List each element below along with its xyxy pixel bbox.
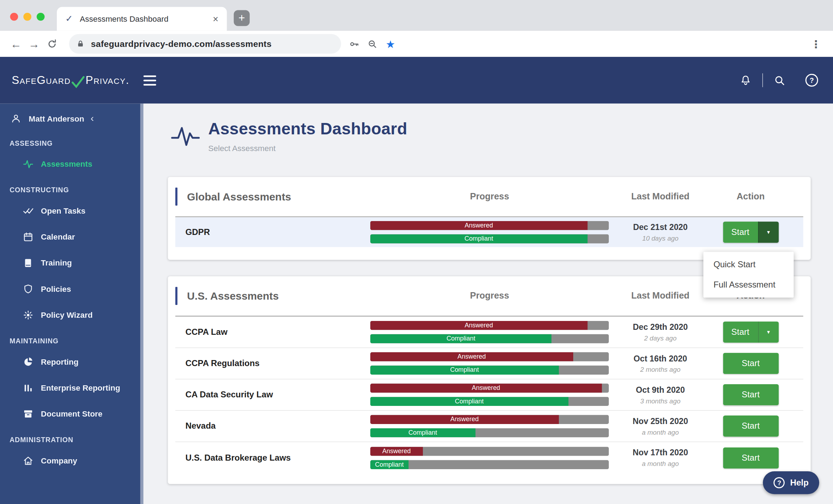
- window-controls: [10, 13, 44, 21]
- last-modified-relative: 2 months ago: [609, 366, 712, 373]
- compliant-progress-bar: Compliant: [370, 365, 609, 374]
- browser-tab[interactable]: ✓ Assessments Dashboard ×: [57, 7, 227, 31]
- activity-icon: [22, 159, 34, 169]
- sidebar-item-training[interactable]: Training: [0, 250, 144, 276]
- start-dropdown-caret-icon[interactable]: ▼: [758, 221, 778, 243]
- app-body: Matt Anderson ‹ ASSESSING Assessments CO…: [0, 104, 833, 504]
- sidebar-item-calendar[interactable]: Calendar: [0, 224, 144, 250]
- key-icon[interactable]: [345, 35, 364, 53]
- start-button[interactable]: Start ▼: [723, 321, 779, 343]
- shield-icon: [22, 284, 34, 294]
- section-label-constructing: CONSTRUCTING: [0, 186, 144, 198]
- url-text: safeguardprivacy-demo.com/assessments: [91, 39, 272, 49]
- last-modified-date: Nov 25th 2020: [609, 416, 712, 426]
- sidebar-item-label: Reporting: [41, 357, 79, 366]
- start-button[interactable]: Start: [723, 415, 779, 437]
- zoom-out-icon[interactable]: [364, 35, 382, 53]
- start-button[interactable]: Start: [723, 353, 779, 374]
- address-bar[interactable]: safeguardprivacy-demo.com/assessments: [69, 34, 341, 54]
- last-modified-relative: a month ago: [609, 460, 712, 468]
- answered-label: Answered: [450, 415, 479, 424]
- sidebar-item-policy-wizard[interactable]: Policy Wizard: [0, 302, 144, 328]
- tab-close-icon[interactable]: ×: [213, 14, 219, 24]
- menu-item-quick-start[interactable]: Quick Start: [703, 254, 794, 275]
- answered-progress-bar: Answered: [370, 415, 609, 424]
- sidebar-item-reporting[interactable]: Reporting: [0, 349, 144, 375]
- section-label-maintaining: MAINTAINING: [0, 337, 144, 349]
- bookmark-star-icon[interactable]: ★: [381, 35, 399, 53]
- start-dropdown-menu: Quick Start Full Assessment: [703, 252, 794, 298]
- sidebar-item-document-store[interactable]: Document Store: [0, 401, 144, 427]
- section-label-administration: ADMINISTRATION: [0, 436, 144, 447]
- page-subtitle: Select Assessment: [208, 144, 407, 152]
- new-tab-button[interactable]: +: [234, 10, 250, 26]
- last-modified-date: Dec 29th 2020: [609, 322, 712, 332]
- compliant-progress-bar: Compliant: [370, 397, 609, 406]
- archive-box-icon: [22, 408, 34, 419]
- home-icon: [22, 455, 34, 466]
- last-modified-relative: a month ago: [609, 429, 712, 436]
- assessment-name: U.S. Data Brokerage Laws: [175, 453, 370, 462]
- logo-text-safeguard: SafeGuard: [12, 74, 71, 87]
- compliant-progress-bar: Compliant: [370, 460, 609, 469]
- start-button[interactable]: Start: [723, 447, 779, 468]
- table-row-gdpr: GDPR Answered Compliant: [175, 217, 803, 247]
- assessment-name: CCPA Regulations: [175, 359, 370, 368]
- table-row-nevada: Nevada Answered Compliant: [175, 411, 803, 442]
- last-modified-relative: 3 months ago: [609, 397, 712, 404]
- compliant-label: Compliant: [375, 460, 404, 469]
- answered-label: Answered: [464, 221, 493, 230]
- close-window-button[interactable]: [10, 13, 18, 21]
- last-modified-date: Oct 16th 2020: [609, 354, 712, 363]
- maximize-window-button[interactable]: [37, 13, 44, 21]
- sidebar-item-label: Assessments: [41, 159, 92, 168]
- forward-icon[interactable]: →: [25, 35, 43, 53]
- user-menu[interactable]: Matt Anderson ‹: [0, 107, 144, 130]
- global-table-title: Global Assessments: [187, 191, 291, 203]
- last-modified-date: Dec 21st 2020: [609, 222, 712, 232]
- pie-chart-icon: [22, 356, 34, 367]
- start-button[interactable]: Start: [723, 384, 779, 406]
- sidebar-item-assessments[interactable]: Assessments: [0, 151, 144, 177]
- help-icon[interactable]: ?: [805, 74, 818, 87]
- sidebar-item-label: Policies: [41, 284, 71, 293]
- sidebar-item-enterprise-reporting[interactable]: Enterprise Reporting: [0, 375, 144, 401]
- sidebar-item-company[interactable]: Company: [0, 447, 144, 473]
- us-table-title: U.S. Assessments: [187, 290, 279, 302]
- minimize-window-button[interactable]: [23, 13, 31, 21]
- menu-item-full-assessment[interactable]: Full Assessment: [703, 275, 794, 295]
- sidebar-item-open-tasks[interactable]: Open Tasks: [0, 198, 144, 224]
- logo-check-icon: [71, 76, 85, 88]
- start-button[interactable]: Start ▼: [723, 221, 779, 243]
- main-content: Assessments Dashboard Select Assessment …: [144, 104, 833, 504]
- tab-favicon-check-icon: ✓: [65, 13, 73, 24]
- assessment-name: GDPR: [175, 227, 370, 237]
- sidebar-item-label: Calendar: [41, 232, 75, 241]
- tab-strip: ✓ Assessments Dashboard × +: [0, 0, 833, 31]
- sidebar-item-label: Company: [41, 456, 77, 465]
- browser-menu-icon[interactable]: ⋮: [811, 37, 824, 50]
- table-row-ccpa-law: CCPA Law Answered Compliant: [175, 317, 803, 348]
- header-actions: ?: [739, 73, 818, 87]
- back-icon[interactable]: ←: [7, 35, 25, 53]
- sidebar-item-policies[interactable]: Policies: [0, 276, 144, 302]
- search-icon[interactable]: [773, 73, 786, 87]
- hamburger-menu-icon[interactable]: [143, 75, 156, 85]
- chevron-left-icon[interactable]: ‹: [91, 113, 94, 124]
- assessment-name: Nevada: [175, 421, 370, 431]
- last-modified-relative: 2 days ago: [609, 334, 712, 342]
- answered-label: Answered: [382, 446, 411, 455]
- reload-icon[interactable]: [43, 35, 61, 53]
- answered-progress-bar: Answered: [370, 384, 609, 392]
- header-divider: [762, 73, 763, 87]
- last-modified-date: Nov 17th 2020: [609, 448, 712, 457]
- start-dropdown-caret-icon[interactable]: ▼: [758, 321, 778, 343]
- notifications-bell-icon[interactable]: [739, 73, 753, 87]
- answered-label: Answered: [472, 384, 500, 392]
- table-row-ccpa-regulations: CCPA Regulations Answered Compliant: [175, 348, 803, 379]
- sidebar-item-label: Open Tasks: [41, 206, 85, 215]
- browser-window: ✓ Assessments Dashboard × + ← → safeguar…: [0, 0, 833, 504]
- column-last-modified: Last Modified: [609, 191, 712, 202]
- assessment-name: CA Data Security Law: [175, 390, 370, 400]
- help-button[interactable]: ? Help: [763, 471, 819, 494]
